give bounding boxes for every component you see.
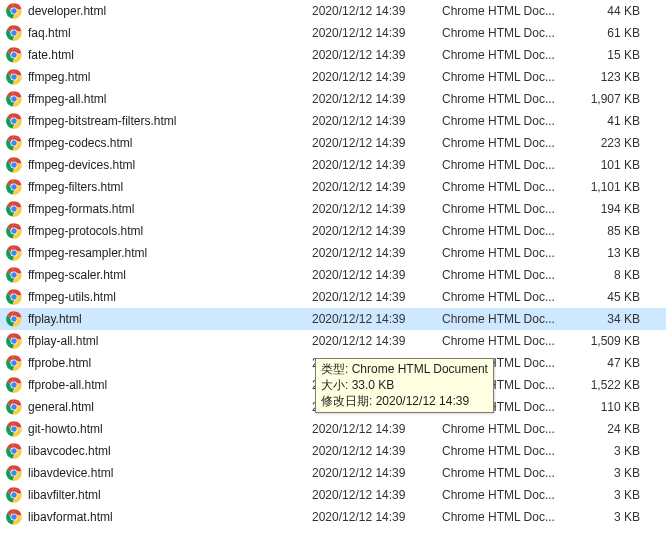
file-type: Chrome HTML Doc...	[442, 136, 572, 150]
file-row[interactable]: ffmpeg-bitstream-filters.html2020/12/12 …	[0, 110, 666, 132]
file-size: 3 KB	[572, 510, 650, 524]
file-date: 2020/12/12 14:39	[312, 202, 442, 216]
file-name: ffmpeg-all.html	[28, 92, 312, 106]
chrome-icon	[6, 135, 22, 151]
file-name: ffplay.html	[28, 312, 312, 326]
file-size: 85 KB	[572, 224, 650, 238]
chrome-file-icon	[6, 465, 22, 481]
file-row[interactable]: ffmpeg-utils.html2020/12/12 14:39Chrome …	[0, 286, 666, 308]
tooltip-date: 修改日期: 2020/12/12 14:39	[321, 393, 488, 409]
file-row[interactable]: ffmpeg-resampler.html2020/12/12 14:39Chr…	[0, 242, 666, 264]
svg-point-29	[11, 206, 16, 211]
file-row[interactable]: libavfilter.html2020/12/12 14:39Chrome H…	[0, 484, 666, 506]
file-row[interactable]: ffmpeg-scaler.html2020/12/12 14:39Chrome…	[0, 264, 666, 286]
file-date: 2020/12/12 14:39	[312, 48, 442, 62]
file-date: 2020/12/12 14:39	[312, 26, 442, 40]
svg-point-17	[11, 118, 16, 123]
chrome-icon	[6, 311, 22, 327]
file-size: 3 KB	[572, 466, 650, 480]
file-row[interactable]: ffmpeg-formats.html2020/12/12 14:39Chrom…	[0, 198, 666, 220]
chrome-icon	[6, 509, 22, 525]
file-list[interactable]: developer.html2020/12/12 14:39Chrome HTM…	[0, 0, 666, 528]
file-date: 2020/12/12 14:39	[312, 246, 442, 260]
file-type: Chrome HTML Doc...	[442, 290, 572, 304]
chrome-icon	[6, 421, 22, 437]
file-size: 1,522 KB	[572, 378, 650, 392]
file-row[interactable]: ffmpeg-codecs.html2020/12/12 14:39Chrome…	[0, 132, 666, 154]
file-size: 101 KB	[572, 158, 650, 172]
svg-point-35	[11, 250, 16, 255]
svg-point-53	[11, 382, 16, 387]
chrome-file-icon	[6, 289, 22, 305]
file-row[interactable]: libavdevice.html2020/12/12 14:39Chrome H…	[0, 462, 666, 484]
file-row[interactable]: fate.html2020/12/12 14:39Chrome HTML Doc…	[0, 44, 666, 66]
file-size: 3 KB	[572, 444, 650, 458]
file-name: ffmpeg-bitstream-filters.html	[28, 114, 312, 128]
chrome-file-icon	[6, 355, 22, 371]
file-name: ffmpeg-utils.html	[28, 290, 312, 304]
chrome-icon	[6, 399, 22, 415]
chrome-icon	[6, 245, 22, 261]
svg-point-23	[11, 162, 16, 167]
svg-point-56	[11, 404, 16, 409]
file-name: libavdevice.html	[28, 466, 312, 480]
file-row[interactable]: ffmpeg-filters.html2020/12/12 14:39Chrom…	[0, 176, 666, 198]
svg-point-2	[11, 8, 16, 13]
chrome-icon	[6, 289, 22, 305]
file-name: ffprobe-all.html	[28, 378, 312, 392]
chrome-icon	[6, 3, 22, 19]
chrome-icon	[6, 91, 22, 107]
chrome-icon	[6, 443, 22, 459]
file-date: 2020/12/12 14:39	[312, 312, 442, 326]
file-tooltip: 类型: Chrome HTML Document 大小: 33.0 KB 修改日…	[315, 358, 494, 413]
chrome-icon	[6, 333, 22, 349]
file-row[interactable]: faq.html2020/12/12 14:39Chrome HTML Doc.…	[0, 22, 666, 44]
chrome-file-icon	[6, 157, 22, 173]
svg-point-38	[11, 272, 16, 277]
file-type: Chrome HTML Doc...	[442, 246, 572, 260]
svg-point-5	[11, 30, 16, 35]
file-row[interactable]: git-howto.html2020/12/12 14:39Chrome HTM…	[0, 418, 666, 440]
file-name: fate.html	[28, 48, 312, 62]
chrome-file-icon	[6, 201, 22, 217]
file-size: 194 KB	[572, 202, 650, 216]
file-size: 3 KB	[572, 488, 650, 502]
chrome-file-icon	[6, 135, 22, 151]
file-size: 61 KB	[572, 26, 650, 40]
file-size: 13 KB	[572, 246, 650, 260]
file-row[interactable]: libavformat.html2020/12/12 14:39Chrome H…	[0, 506, 666, 528]
chrome-file-icon	[6, 113, 22, 129]
svg-point-59	[11, 426, 16, 431]
chrome-file-icon	[6, 333, 22, 349]
file-name: libavfilter.html	[28, 488, 312, 502]
file-type: Chrome HTML Doc...	[442, 422, 572, 436]
file-type: Chrome HTML Doc...	[442, 92, 572, 106]
svg-point-20	[11, 140, 16, 145]
svg-point-26	[11, 184, 16, 189]
chrome-file-icon	[6, 399, 22, 415]
file-size: 110 KB	[572, 400, 650, 414]
file-row[interactable]: ffplay.html2020/12/12 14:39Chrome HTML D…	[0, 308, 666, 330]
file-name: general.html	[28, 400, 312, 414]
file-row[interactable]: ffmpeg-protocols.html2020/12/12 14:39Chr…	[0, 220, 666, 242]
file-row[interactable]: libavcodec.html2020/12/12 14:39Chrome HT…	[0, 440, 666, 462]
file-row[interactable]: ffmpeg-all.html2020/12/12 14:39Chrome HT…	[0, 88, 666, 110]
file-name: ffprobe.html	[28, 356, 312, 370]
file-type: Chrome HTML Doc...	[442, 158, 572, 172]
file-size: 123 KB	[572, 70, 650, 84]
file-date: 2020/12/12 14:39	[312, 268, 442, 282]
svg-point-65	[11, 470, 16, 475]
file-row[interactable]: developer.html2020/12/12 14:39Chrome HTM…	[0, 0, 666, 22]
chrome-icon	[6, 201, 22, 217]
file-row[interactable]: ffmpeg.html2020/12/12 14:39Chrome HTML D…	[0, 66, 666, 88]
chrome-icon	[6, 267, 22, 283]
file-date: 2020/12/12 14:39	[312, 466, 442, 480]
file-row[interactable]: ffmpeg-devices.html2020/12/12 14:39Chrom…	[0, 154, 666, 176]
chrome-icon	[6, 487, 22, 503]
file-type: Chrome HTML Doc...	[442, 180, 572, 194]
file-type: Chrome HTML Doc...	[442, 466, 572, 480]
chrome-file-icon	[6, 69, 22, 85]
file-row[interactable]: ffplay-all.html2020/12/12 14:39Chrome HT…	[0, 330, 666, 352]
file-type: Chrome HTML Doc...	[442, 70, 572, 84]
file-date: 2020/12/12 14:39	[312, 92, 442, 106]
